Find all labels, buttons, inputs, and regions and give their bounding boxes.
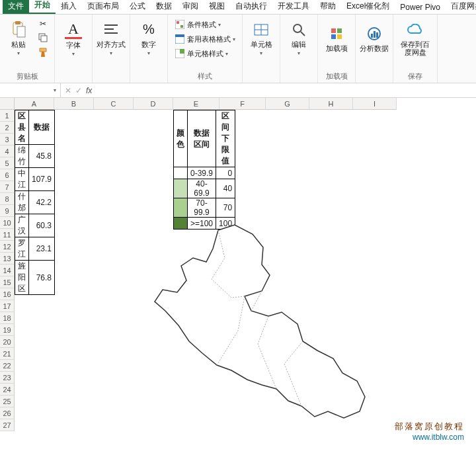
t1-h0[interactable]: 区县名 [15, 110, 29, 145]
addins-button[interactable]: 加载项 [322, 17, 351, 60]
fx-icon[interactable]: fx [86, 86, 92, 95]
group-font: A 字体▾ [55, 15, 93, 83]
tab-powerpivot[interactable]: Power Pivo [395, 1, 446, 14]
tab-file[interactable]: 文件 [3, 0, 29, 14]
map-shape[interactable] [145, 218, 383, 437]
conditional-format-button[interactable]: 条件格式 ▾ [172, 17, 223, 32]
col-header-G[interactable]: G [266, 98, 309, 110]
group-cells: 单元格▾ [243, 15, 280, 83]
table-format-button[interactable]: 套用表格格式 ▾ [172, 32, 238, 46]
row-header-23[interactable]: 23 [0, 372, 15, 384]
name-box[interactable]: ▾ [0, 83, 61, 97]
col-header-C[interactable]: C [94, 98, 134, 110]
swatch-2[interactable] [174, 198, 188, 218]
group-editing: 编辑▾ [280, 15, 318, 83]
group-analysis: 分析数据 [356, 15, 393, 83]
tab-review[interactable]: 审阅 [177, 0, 204, 14]
row-header-6[interactable]: 6 [0, 169, 15, 181]
cancel-icon[interactable]: ✕ [65, 86, 71, 95]
tab-catalyst[interactable]: Excel催化剂 [341, 0, 395, 14]
row-header-25[interactable]: 25 [0, 396, 15, 407]
row-header-3[interactable]: 3 [0, 134, 15, 146]
tab-help[interactable]: 帮助 [315, 0, 341, 14]
alignment-button[interactable]: 对齐方式▾ [97, 17, 126, 60]
row-header-4[interactable]: 4 [0, 146, 15, 157]
cell-style-icon [175, 48, 185, 59]
ribbon: 粘贴▾ ✂ 剪贴板 A 字体▾ 对齐方式▾ [0, 15, 476, 83]
col-header-A[interactable]: A [15, 98, 54, 110]
analysis-button[interactable]: 分析数据 [360, 17, 389, 60]
swatch-0[interactable] [174, 167, 188, 179]
swatch-1[interactable] [174, 179, 188, 198]
tab-formulas[interactable]: 公式 [124, 0, 151, 14]
group-clipboard: 粘贴▾ ✂ 剪贴板 [0, 15, 55, 83]
col-header-F[interactable]: F [219, 98, 266, 110]
table-format-icon [175, 34, 185, 44]
tab-home[interactable]: 开始 [29, 0, 56, 14]
select-all-button[interactable] [0, 98, 15, 110]
paste-button[interactable]: 粘贴▾ [4, 17, 33, 60]
number-button[interactable]: % 数字▾ [134, 17, 163, 60]
row-header-5[interactable]: 5 [0, 157, 15, 169]
font-button[interactable]: A 字体▾ [59, 17, 88, 60]
tab-view[interactable]: 视图 [204, 0, 230, 14]
chevron-down-icon: ▾ [54, 87, 56, 93]
cell-style-button[interactable]: 单元格样式 ▾ [172, 46, 231, 61]
tab-auto[interactable]: 自动执行 [230, 0, 272, 14]
copy-button[interactable] [36, 32, 50, 45]
col-header-D[interactable]: D [134, 98, 173, 110]
cloud-icon [407, 21, 424, 38]
row-header-7[interactable]: 7 [0, 181, 15, 193]
row-header-21[interactable]: 21 [0, 348, 15, 360]
enter-icon[interactable]: ✓ [75, 86, 82, 95]
svg-rect-23 [337, 34, 342, 39]
baidu-save-button[interactable]: 保存到百度网盘 [397, 17, 433, 60]
row-header-9[interactable]: 9 [0, 205, 15, 217]
svg-rect-12 [175, 34, 184, 37]
scissors-icon: ✂ [40, 19, 46, 28]
col-header-E[interactable]: E [173, 98, 219, 110]
percent-icon: % [140, 21, 157, 38]
row-header-15[interactable]: 15 [0, 276, 15, 288]
row-header-2[interactable]: 2 [0, 122, 15, 134]
row-header-8[interactable]: 8 [0, 193, 15, 205]
format-painter-button[interactable] [36, 46, 50, 60]
svg-line-19 [301, 32, 305, 36]
row-header-20[interactable]: 20 [0, 336, 15, 348]
row-header-27[interactable]: 27 [0, 419, 15, 431]
row-header-16[interactable]: 16 [0, 288, 15, 300]
tab-data[interactable]: 数据 [151, 0, 177, 14]
editing-button[interactable]: 编辑▾ [284, 17, 313, 60]
row-header-14[interactable]: 14 [0, 265, 15, 276]
t1-h1[interactable]: 数据 [29, 110, 55, 145]
row-header-18[interactable]: 18 [0, 312, 15, 324]
svg-rect-21 [337, 28, 342, 33]
col-header-I[interactable]: I [353, 98, 397, 110]
row-header-11[interactable]: 11 [0, 229, 15, 241]
formula-input[interactable] [96, 83, 476, 97]
row-header-10[interactable]: 10 [0, 217, 15, 229]
col-header-H[interactable]: H [309, 98, 353, 110]
clipboard-icon [10, 21, 27, 38]
map-outline-icon [155, 225, 365, 418]
svg-rect-1 [15, 21, 20, 24]
row-header-1[interactable]: 1 [0, 110, 15, 122]
row-header-12[interactable]: 12 [0, 241, 15, 253]
col-header-B[interactable]: B [54, 98, 94, 110]
analysis-icon [366, 25, 383, 42]
row-header-22[interactable]: 22 [0, 360, 15, 372]
row-header-26[interactable]: 26 [0, 407, 15, 419]
row-header-13[interactable]: 13 [0, 253, 15, 265]
group-styles: 条件格式 ▾ 套用表格格式 ▾ 单元格样式 ▾ 样式 [168, 15, 243, 83]
tab-baidu[interactable]: 百度网盘 [446, 0, 476, 14]
row-header-24[interactable]: 24 [0, 384, 15, 396]
tab-dev[interactable]: 开发工具 [272, 0, 315, 14]
cut-button[interactable]: ✂ [36, 17, 50, 30]
row-header-17[interactable]: 17 [0, 300, 15, 312]
tab-layout[interactable]: 页面布局 [82, 0, 124, 14]
row-header-19[interactable]: 19 [0, 324, 15, 336]
tab-insert[interactable]: 插入 [56, 0, 82, 14]
svg-rect-26 [374, 31, 376, 38]
group-label-styles: 样式 [172, 70, 238, 81]
cells-button[interactable]: 单元格▾ [247, 17, 276, 60]
